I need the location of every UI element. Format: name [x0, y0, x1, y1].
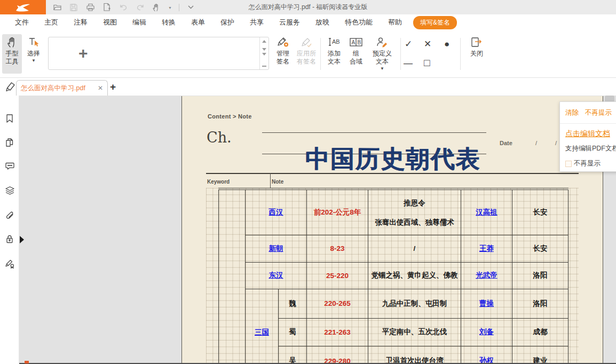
qat-separator [179, 4, 179, 11]
menu-view[interactable]: 视图 [103, 18, 117, 27]
stamp-cross-button[interactable]: ✕ [424, 39, 431, 49]
add-text-icon: AB [327, 36, 341, 48]
manage-signature-button[interactable]: 管理 签名 [272, 34, 294, 74]
new-tab-button[interactable]: + [110, 81, 116, 93]
attachments-panel-icon[interactable] [5, 210, 14, 220]
stamp-check-button[interactable]: ✓ [405, 39, 412, 49]
menu-present[interactable]: 放映 [315, 18, 329, 27]
panel-expand-arrow[interactable] [20, 236, 24, 243]
page-breadcrumb: Content > Note [208, 113, 252, 120]
table-row: 西汉 前202-公元8年 推恩令 张骞出使西域、独尊儒术 汉高祖 长安 [219, 189, 568, 235]
bookmarks-panel-icon[interactable] [5, 114, 14, 123]
events-cell: 推恩令 张骞出使西域、独尊儒术 [368, 189, 461, 235]
save-icon[interactable] [69, 3, 78, 12]
founder-link-cell[interactable]: 曹操 [461, 289, 512, 318]
stamp-dot-button[interactable]: ● [444, 39, 449, 49]
popup-clear-link[interactable]: 清除 [565, 108, 579, 117]
digital-signatures-panel-icon[interactable] [5, 259, 14, 268]
main-area: Content > Note Ch. 中国历史朝代表 Date / / Keyw… [0, 96, 616, 363]
menu-edit[interactable]: 编辑 [132, 18, 146, 27]
years-cell: 229-280 [307, 346, 368, 363]
undo-icon[interactable] [119, 3, 128, 12]
dont-show-checkbox[interactable] [565, 161, 572, 167]
dynasty-group-link-cell[interactable]: 三国 [246, 289, 279, 363]
sub-dynasty-cell: 吴 [279, 346, 307, 363]
ribbon-separator [460, 38, 461, 70]
open-file-icon[interactable] [52, 3, 62, 12]
new-page-icon[interactable] [102, 3, 112, 12]
print-icon[interactable] [85, 3, 95, 12]
add-signature-plus[interactable]: + [78, 44, 88, 62]
active-document-tab[interactable]: 怎么面对高中学习.pdf ✕ [16, 80, 108, 96]
popup-edit-document-link[interactable]: 点击编辑文档 [565, 129, 616, 139]
security-panel-icon[interactable] [5, 234, 14, 244]
founder-link-cell[interactable]: 刘备 [461, 318, 512, 346]
svg-text:AB: AB [332, 38, 340, 45]
menu-share[interactable]: 共享 [250, 18, 264, 27]
highlighter-pen-icon[interactable] [5, 81, 16, 94]
select-dropdown-caret: ▼ [31, 59, 36, 63]
foxit-logo[interactable] [0, 0, 46, 14]
scroll-up-icon[interactable] [262, 40, 266, 43]
dynasty-table: 西汉 前202-公元8年 推恩令 张骞出使西域、独尊儒术 汉高祖 长安 新朝 8… [218, 188, 568, 363]
select-tool-button[interactable]: 选择 ▼ [23, 34, 44, 74]
events-cell: 九品中正制、屯田制 [368, 289, 461, 318]
stamp-line-button[interactable]: — [404, 59, 413, 68]
comments-panel-icon[interactable] [5, 161, 14, 171]
keyword-note-divider [270, 173, 271, 188]
fill-sign-ribbon: 手型 工具 选择 ▼ + 管理 签名 [0, 30, 616, 78]
menu-convert[interactable]: 转换 [162, 18, 176, 27]
popup-dont-prompt-link[interactable]: 不再提示 [585, 108, 612, 117]
dynasty-link-cell[interactable]: 西汉 [246, 189, 307, 235]
years-cell: 220-265 [307, 289, 368, 318]
menu-file[interactable]: 文件 [15, 18, 29, 27]
predefined-text-icon [376, 36, 389, 48]
combine-field-label: 组 合域 [350, 50, 362, 66]
tab-fill-and-sign[interactable]: 填写&签名 [413, 16, 457, 29]
dynasty-link-cell[interactable]: 新朝 [246, 235, 307, 262]
years-cell: 221-263 [307, 318, 368, 346]
combine-field-button[interactable]: A B 组 合域 [346, 34, 366, 74]
menu-features[interactable]: 特色功能 [345, 18, 373, 27]
founder-link-cell[interactable]: 汉高祖 [461, 189, 512, 235]
close-fill-sign-button[interactable]: 关闭 [465, 34, 488, 74]
redo-icon[interactable] [135, 3, 145, 12]
founder-link-cell[interactable]: 孙权 [461, 346, 512, 363]
page-thumbnails-icon[interactable] [5, 138, 14, 147]
sub-dynasty-cell: 蜀 [279, 318, 307, 346]
menu-help[interactable]: 帮助 [388, 18, 402, 27]
predefined-text-button[interactable]: 预定义 文本 ▼ [367, 34, 397, 74]
dynasty-link-cell[interactable]: 东汉 [246, 262, 307, 289]
collapse-ribbon-icon[interactable] [186, 3, 196, 12]
close-label: 关闭 [470, 50, 483, 58]
select-cursor-icon [28, 36, 40, 48]
capital-cell: 长安 [512, 235, 568, 262]
table-row: 新朝 8-23 / 王莽 长安 [219, 235, 568, 262]
combine-field-icon: A B [349, 36, 363, 48]
menu-protect[interactable]: 保护 [220, 18, 234, 27]
scroll-last-icon[interactable] [262, 56, 266, 67]
foxit-bird-icon [14, 2, 32, 13]
founder-link-cell[interactable]: 光武帝 [461, 262, 512, 289]
predefined-text-caret: ▼ [380, 67, 384, 71]
layers-panel-icon[interactable] [5, 186, 14, 195]
hand-tool-dropdown-caret[interactable]: ▼ [168, 6, 172, 10]
founder-link-cell[interactable]: 王莽 [461, 235, 512, 262]
sub-dynasty-cell: 魏 [279, 289, 307, 318]
menu-form[interactable]: 表单 [191, 18, 205, 27]
document-view-area[interactable]: Content > Note Ch. 中国历史朝代表 Date / / Keyw… [19, 96, 616, 363]
hand-pointer-icon[interactable] [152, 3, 161, 12]
stamp-square-button[interactable]: □ [424, 58, 430, 68]
tab-close-icon[interactable]: ✕ [98, 84, 103, 92]
events-cell: 平定南中、五次北伐 [368, 318, 461, 346]
signature-list-box[interactable]: + [48, 37, 269, 70]
menu-home[interactable]: 主页 [44, 18, 58, 27]
menu-cloud[interactable]: 云服务 [279, 18, 300, 27]
hand-tool-button[interactable]: 手型 工具 [2, 34, 22, 74]
apply-all-signatures-button: 应用所 有签名 [294, 34, 319, 74]
menu-comment[interactable]: 注释 [74, 18, 88, 27]
predefined-text-label: 预定义 文本 [373, 50, 392, 66]
table-cell-empty [219, 189, 246, 363]
add-text-button[interactable]: AB 添加 文本 [323, 34, 345, 74]
scroll-down-icon[interactable] [262, 48, 266, 51]
